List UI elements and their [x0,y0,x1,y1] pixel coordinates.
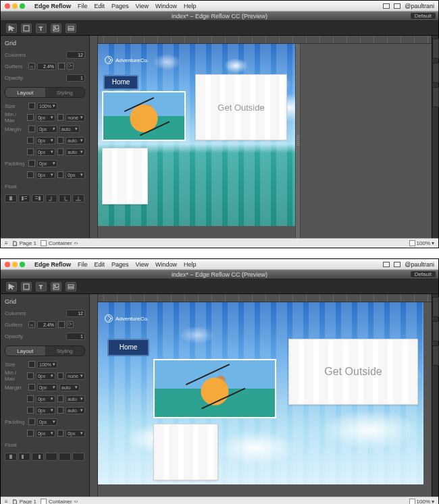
zoom-icon[interactable] [20,262,25,267]
padding-link-icon[interactable] [28,160,35,167]
clear-right-icon[interactable] [59,194,71,202]
hero-text-card[interactable]: Get Outside [288,339,418,405]
min-lock-icon[interactable] [27,114,34,121]
panel-tab-icon[interactable] [432,63,439,83]
hero-text-card[interactable]: Get Outside [195,74,287,140]
menu-file[interactable]: File [78,3,88,9]
menu-help[interactable]: Help [184,3,197,9]
form-tool-icon[interactable] [66,24,76,33]
menu-window[interactable]: Window [155,3,177,9]
opacity-input[interactable]: 1 [66,74,85,82]
padding-link-icon[interactable] [57,171,64,178]
float-left-icon[interactable] [18,453,30,461]
panel-tab-icon[interactable] [432,87,439,107]
margin-input[interactable]: auto▾ [66,137,85,144]
link-icon[interactable]: ∞ [28,63,35,69]
panel-tab-icon[interactable] [432,345,439,366]
padding-input[interactable]: 0px▾ [66,171,85,179]
brand-logo[interactable]: AdventureCo. [105,314,149,323]
margin-top-input[interactable]: 0px▾ [37,125,57,133]
design-page[interactable]: AdventureCo. Home Get Outside [98,44,295,226]
window-controls[interactable] [5,262,25,267]
select-tool-icon[interactable] [6,24,17,33]
gutters-lock-icon[interactable] [58,321,65,328]
layout-preset-chip[interactable]: Default [411,13,436,19]
margin-side-input[interactable]: auto▾ [59,125,80,133]
padding-input[interactable]: 0px▾ [37,160,57,167]
text-tool-icon[interactable]: T [36,282,47,291]
breadcrumb-container[interactable]: Container ‹› [41,499,78,504]
content-card-blank[interactable] [153,424,218,480]
select-tool-icon[interactable] [6,282,17,291]
home-nav-button[interactable]: Home [107,339,149,356]
hero-image-kayak[interactable] [102,91,186,141]
max-input[interactable]: none▾ [66,114,85,121]
refresh-icon[interactable]: ⟳ [67,321,74,328]
margin-input[interactable]: 0px▾ [36,148,55,156]
clear-left-icon[interactable] [45,194,57,202]
breadcrumb-container[interactable]: Container ‹› [41,240,78,246]
hero-image-kayak[interactable] [153,359,276,418]
tab-styling[interactable]: Styling [45,88,85,97]
tab-layout[interactable]: Layout [5,346,45,356]
margin-input[interactable]: auto▾ [66,148,85,156]
panel-tab-icon[interactable] [432,297,439,317]
float-none-icon[interactable] [5,194,17,202]
menu-edit[interactable]: Edit [95,3,105,9]
menu-window[interactable]: Window [155,261,177,268]
clear-both-icon[interactable] [72,194,84,202]
close-icon[interactable] [5,262,10,267]
breakpoint-handle[interactable] [295,44,301,238]
size-lock-icon[interactable] [28,103,35,109]
box-tool-icon[interactable] [21,282,32,291]
menu-pages[interactable]: Pages [111,3,129,9]
size-input[interactable]: 100%▾ [37,103,57,110]
float-left-icon[interactable] [18,194,30,202]
zoom-control[interactable]: 100% ▾ [409,240,434,246]
columns-input[interactable]: 12 [66,51,85,59]
panel-tab-icon[interactable] [432,38,439,59]
margin-input[interactable]: 0px▾ [36,137,55,144]
menu-view[interactable]: View [136,261,149,268]
margin-link-icon[interactable] [57,148,64,155]
form-tool-icon[interactable] [66,282,76,291]
padding-link-icon[interactable] [27,171,34,178]
layout-preset-chip[interactable]: Default [411,271,436,277]
padding-input[interactable]: 0px▾ [36,171,55,179]
brand-logo[interactable]: AdventureCo. [105,56,149,64]
image-tool-icon[interactable] [51,24,61,33]
tab-styling[interactable]: Styling [45,346,85,356]
refresh-icon[interactable]: ⟳ [67,63,74,69]
float-right-icon[interactable] [32,194,44,202]
minimize-icon[interactable] [12,3,18,9]
clear-left-icon[interactable] [45,453,57,461]
clear-right-icon[interactable] [59,453,71,461]
home-nav-button[interactable]: Home [103,75,138,90]
hamburger-icon[interactable]: ≡ [5,240,8,246]
image-tool-icon[interactable] [51,282,61,291]
close-icon[interactable] [5,3,10,9]
zoom-control[interactable]: 100% ▾ [409,499,434,504]
columns-input[interactable]: 12 [66,310,85,317]
clear-both-icon[interactable] [72,453,84,461]
zoom-icon[interactable] [20,3,25,9]
gutters-input[interactable]: 2.4% [37,321,56,329]
breadcrumb-page[interactable]: Page 1 [12,499,36,504]
window-controls[interactable] [5,3,25,9]
breadcrumb-page[interactable]: Page 1 [12,240,36,246]
gutters-input[interactable]: 2.4% [37,63,56,70]
float-right-icon[interactable] [32,453,44,461]
content-card-blank[interactable] [102,148,148,204]
link-icon[interactable]: ∞ [28,321,35,328]
box-tool-icon[interactable] [21,24,32,33]
design-page[interactable]: AdventureCo. Home Get Outside [98,302,423,484]
margin-link-icon[interactable] [27,137,34,144]
text-tool-icon[interactable]: T [36,24,47,33]
hamburger-icon[interactable]: ≡ [5,499,8,504]
max-lock-icon[interactable] [57,114,64,121]
menu-edit[interactable]: Edit [95,261,105,268]
size-input[interactable]: 100%▾ [37,361,57,368]
menu-help[interactable]: Help [184,261,197,268]
menu-file[interactable]: File [78,261,88,268]
gutters-lock-icon[interactable] [58,63,65,69]
